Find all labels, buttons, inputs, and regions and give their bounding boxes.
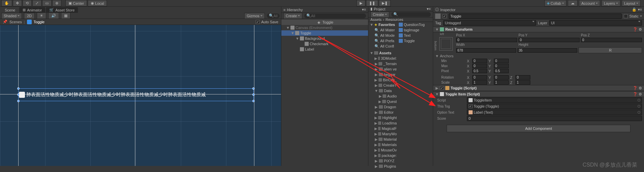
favorite-item[interactable]: 🔍All Mater xyxy=(368,27,397,33)
toggle-enabled-checkbox[interactable] xyxy=(440,86,444,90)
folder-item[interactable]: ▶ManyWo xyxy=(368,131,397,137)
layout-dropdown[interactable]: Layout xyxy=(622,0,641,6)
folder-item[interactable]: ▶MouseOv xyxy=(368,147,397,153)
scene-viewport[interactable]: 肺表面活性物质减少时肺表面活性物质减少时肺表面活性物质减少时肺表面活性物质减 xyxy=(0,25,281,166)
folder-item[interactable]: ▶BinCity_ xyxy=(368,77,397,83)
scale-z[interactable] xyxy=(515,80,530,85)
pause-button[interactable]: ❚❚ xyxy=(366,0,378,6)
crumb-resources[interactable]: Resources xyxy=(386,18,403,22)
posz-field[interactable] xyxy=(581,38,642,42)
hand-tool-button[interactable]: ✋ xyxy=(1,0,12,6)
gear-icon[interactable]: ⚙ xyxy=(639,92,642,96)
layers-dropdown[interactable]: Layers xyxy=(601,0,620,6)
anchor-max-y[interactable] xyxy=(494,64,509,68)
folder-item[interactable]: ▶package: xyxy=(368,153,397,158)
asset-item[interactable]: QuestionTog xyxy=(397,22,433,27)
folder-item[interactable]: ▶LoadIma xyxy=(368,120,397,126)
rotate-tool-button[interactable]: ⟲ xyxy=(23,0,32,6)
auto-save-checkbox[interactable] xyxy=(256,20,260,24)
rot-x[interactable] xyxy=(472,75,487,80)
project-create-dropdown[interactable]: Create xyxy=(370,11,389,18)
folder-item[interactable]: ▶Editor xyxy=(368,110,397,115)
height-field[interactable] xyxy=(517,48,578,53)
pivot-center-button[interactable]: ▣Center xyxy=(65,0,87,6)
transform-tool-button[interactable]: ⊕ xyxy=(52,0,61,6)
favorite-item[interactable]: 🔍All Mode xyxy=(368,33,397,38)
project-asset-list[interactable]: QuestionTogtagImageTextToggle xyxy=(397,22,433,169)
toggle-item-component-header[interactable]: ▼Toggle Item (Script)❓⚙ xyxy=(433,91,644,97)
play-button[interactable]: ▶ xyxy=(357,0,365,6)
this-tog-field[interactable]: Toggle (Toggle) xyxy=(467,104,642,109)
hierarchy-create-dropdown[interactable]: Create xyxy=(283,13,302,19)
asset-item[interactable]: Toggle xyxy=(397,38,433,44)
folder-item[interactable]: ▶PiXYZ xyxy=(368,158,397,164)
help-icon[interactable]: ❓ xyxy=(633,86,638,90)
tab-asset-store[interactable]: 🛒Asset Store xyxy=(46,7,78,13)
panel-menu-icon[interactable]: ▾≡ xyxy=(362,7,366,12)
asset-item[interactable]: tagImage xyxy=(397,27,433,33)
breadcrumb-scenes[interactable]: Scenes xyxy=(9,20,22,24)
project-folders[interactable]: ▼★Favorites 🔍All Mater🔍All Mode🔍All Pref… xyxy=(368,22,397,169)
folder-item[interactable]: ▶MagicalF xyxy=(368,126,397,131)
folder-item[interactable]: ▶beggar xyxy=(368,72,397,77)
account-dropdown[interactable]: Account xyxy=(579,0,600,6)
toggle-component-header[interactable]: ▶Toggle (Script)❓⚙ xyxy=(433,85,644,91)
anchor-min-x[interactable] xyxy=(472,59,487,63)
panel-menu-icon[interactable]: ▾≡ xyxy=(638,7,642,12)
hierarchy-item[interactable]: Checkmark xyxy=(281,41,368,47)
hierarchy-item[interactable]: ▼Canvas (Environment) xyxy=(281,25,368,30)
scale-x[interactable] xyxy=(472,80,487,85)
blueprint-button[interactable]: R xyxy=(579,47,642,53)
collab-dropdown[interactable]: ◈Collab xyxy=(544,0,566,6)
help-icon[interactable]: ❓ xyxy=(633,27,638,32)
folder-item[interactable]: ▶_Terrain xyxy=(368,61,397,66)
tag-dropdown[interactable]: Untagged xyxy=(443,20,536,26)
folder-item[interactable]: ▶Plugins xyxy=(368,164,397,169)
pivot-y[interactable] xyxy=(494,69,509,73)
audio-button[interactable]: 🔊 xyxy=(48,12,59,19)
scale-y[interactable] xyxy=(494,80,509,85)
hierarchy-item[interactable]: ▼Background xyxy=(281,36,368,41)
pivot-local-button[interactable]: ◉Local xyxy=(88,0,107,6)
tab-scene[interactable]: Scene xyxy=(1,7,19,13)
pivot-x[interactable] xyxy=(472,69,487,73)
posx-field[interactable] xyxy=(456,38,517,42)
rot-z[interactable] xyxy=(515,75,530,80)
gizmos-dropdown[interactable]: Gizmos xyxy=(244,13,264,19)
gameobject-name-field[interactable] xyxy=(449,13,622,19)
folder-item[interactable]: ▶Audio xyxy=(368,93,397,99)
hierarchy-scene-root[interactable]: ◈Toggle xyxy=(281,20,368,25)
static-checkbox[interactable] xyxy=(624,14,628,18)
hierarchy-item[interactable]: Label xyxy=(281,47,368,52)
folder-item[interactable]: ▶Dragon xyxy=(368,104,397,110)
folder-item[interactable]: ▼Data xyxy=(368,88,397,93)
option-text-field[interactable]: Label (Text) xyxy=(467,110,642,115)
anchor-preset-button[interactable] xyxy=(439,37,453,51)
favorite-item[interactable]: 🔍All Confl xyxy=(368,44,397,49)
scale-tool-button[interactable]: ⤢ xyxy=(32,0,41,6)
favorite-item[interactable]: 🔍All Prefa xyxy=(368,38,397,44)
hierarchy-search[interactable]: 🔍All xyxy=(304,13,366,18)
panel-menu-icon[interactable]: ▾≡ xyxy=(427,7,431,11)
gear-icon[interactable]: ⚙ xyxy=(639,27,642,32)
folder-item[interactable]: ▶Materials xyxy=(368,142,397,147)
rot-y[interactable] xyxy=(494,75,509,80)
folder-item[interactable]: ▶CreateT xyxy=(368,83,397,88)
layer-dropdown[interactable]: UI xyxy=(549,20,642,26)
folder-item[interactable]: ▶Material xyxy=(368,137,397,142)
anchor-max-x[interactable] xyxy=(472,64,487,68)
breadcrumb-toggle[interactable]: Toggle xyxy=(34,20,45,24)
folder-item[interactable]: ▶alien ve xyxy=(368,66,397,72)
asset-item[interactable]: Text xyxy=(397,33,433,38)
folder-item[interactable]: ▶Quest xyxy=(368,99,397,104)
draw-mode-dropdown[interactable]: Shaded xyxy=(1,13,22,19)
move-tool-button[interactable]: ✥ xyxy=(13,0,22,6)
lighting-button[interactable]: ☀ xyxy=(37,12,46,19)
gameobject-enabled-checkbox[interactable] xyxy=(443,14,447,18)
scene-search[interactable]: 🔍All xyxy=(267,13,280,18)
gear-icon[interactable]: ⚙ xyxy=(639,86,642,90)
lock-icon[interactable]: 🔒 xyxy=(632,7,637,12)
cloud-button[interactable]: ☁ xyxy=(568,0,578,6)
hierarchy-item[interactable]: ▼Toggle xyxy=(281,30,368,36)
folder-item[interactable]: ▶3DModel: xyxy=(368,56,397,61)
